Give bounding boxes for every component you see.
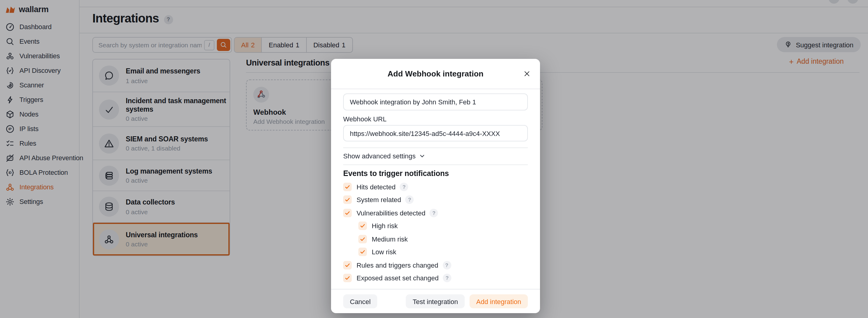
show-advanced-settings-label: Show advanced settings xyxy=(343,152,416,160)
checkbox-checked-icon[interactable] xyxy=(343,274,352,282)
cancel-button[interactable]: Cancel xyxy=(343,294,377,308)
help-icon[interactable]: ? xyxy=(442,261,451,269)
event-row-medium-risk: Medium risk xyxy=(359,234,528,243)
event-label: Vulnerabilities detected xyxy=(356,209,426,216)
integration-name-input[interactable] xyxy=(343,94,528,110)
checkbox-checked-icon[interactable] xyxy=(343,208,352,217)
event-row-exposed-asset-set-changed: Exposed asset set changed? xyxy=(343,273,528,282)
event-label: Low risk xyxy=(372,248,396,255)
section-divider xyxy=(343,147,528,148)
event-row-rules-and-triggers-changed: Rules and triggers changed? xyxy=(343,260,528,270)
event-row-system-related: System related? xyxy=(343,195,528,204)
add-webhook-modal: Add Webhook integration Webhook URL Show… xyxy=(331,59,540,313)
help-icon[interactable]: ? xyxy=(405,196,414,204)
help-icon[interactable]: ? xyxy=(400,182,408,191)
event-label: Hits detected xyxy=(356,183,396,190)
show-advanced-settings-toggle[interactable]: Show advanced settings xyxy=(343,150,528,162)
checkbox-checked-icon[interactable] xyxy=(343,196,352,204)
chevron-down-icon xyxy=(420,153,426,159)
checkbox-checked-icon[interactable] xyxy=(359,248,367,256)
modal-header: Add Webhook integration xyxy=(331,59,540,89)
event-row-vulnerabilities-detected: Vulnerabilities detected? xyxy=(343,208,528,217)
events-heading: Events to trigger notifications xyxy=(343,169,528,178)
checkbox-checked-icon[interactable] xyxy=(343,261,352,269)
app-root: wallarm DashboardEventsVulnerabilitiesAP… xyxy=(0,0,868,318)
section-divider xyxy=(343,165,528,165)
event-label: Medium risk xyxy=(372,235,408,242)
modal-footer: Cancel Test integration Add integration xyxy=(331,289,540,313)
event-label: Rules and triggers changed xyxy=(356,261,438,269)
event-label: Exposed asset set changed xyxy=(356,274,439,282)
event-label: High risk xyxy=(372,222,398,229)
test-integration-button[interactable]: Test integration xyxy=(406,294,465,308)
modal-title: Add Webhook integration xyxy=(331,59,540,89)
event-row-hits-detected: Hits detected? xyxy=(343,182,528,191)
checkbox-checked-icon[interactable] xyxy=(359,221,367,230)
event-label: System related xyxy=(356,196,401,203)
close-icon[interactable] xyxy=(521,68,532,79)
modal-body: Webhook URL Show advanced settings Event… xyxy=(331,94,540,282)
webhook-url-label: Webhook URL xyxy=(343,115,528,122)
checkbox-checked-icon[interactable] xyxy=(359,235,367,243)
event-row-high-risk: High risk xyxy=(359,221,528,230)
events-checkbox-list: Hits detected?System related?Vulnerabili… xyxy=(343,182,528,282)
help-icon[interactable]: ? xyxy=(443,274,451,282)
add-integration-button[interactable]: Add integration xyxy=(469,294,528,308)
webhook-url-input[interactable] xyxy=(343,125,528,141)
help-icon[interactable]: ? xyxy=(430,208,438,217)
event-row-low-risk: Low risk xyxy=(359,247,528,256)
checkbox-checked-icon[interactable] xyxy=(343,182,352,191)
